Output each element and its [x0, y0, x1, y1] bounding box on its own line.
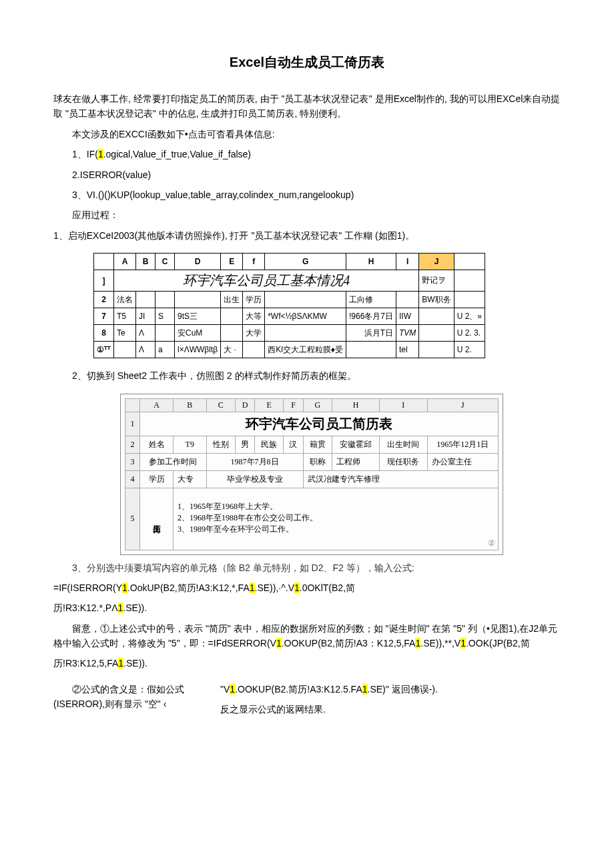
cell: BW职务	[419, 292, 454, 308]
cell: IIW	[396, 308, 418, 325]
school-label: 毕业学校及专业	[206, 470, 303, 488]
col-header: B	[136, 254, 156, 270]
name-value: T9	[173, 436, 206, 453]
cell	[419, 308, 454, 325]
row-header: 2	[94, 292, 114, 308]
step-3: 3、分别选中须要填写内容的单元格（除 B2 单元特别，如 D2、F2 等），输入…	[53, 560, 561, 575]
excel-table-1: A B C D E f G H I J ] 环宇汽车公司员工基本情况4 野记ヲ …	[93, 253, 485, 358]
join-value: 1987年7月8日	[206, 453, 303, 470]
birth-value: 1965年12月1日	[427, 436, 498, 453]
name-label: 姓名	[140, 436, 174, 453]
functions-intro: 本文涉及的EXCCI函数如下•点击可杳看具体信息:	[53, 127, 561, 141]
cell: *Wf<½βSΛKMW	[265, 308, 346, 325]
cell: U 2.	[454, 342, 485, 358]
ethnic-value: 汉	[284, 436, 303, 453]
title-label: 职称	[303, 453, 332, 470]
col-header: D	[175, 254, 221, 270]
ethnic-label: 民族	[255, 436, 284, 453]
native-value: 安徽霍邱	[332, 436, 379, 453]
col-header: A	[114, 254, 136, 270]
title-value: 工程师	[332, 453, 379, 470]
history-value: 1、1965年至1968年上大学。 2、1968年至1988年在市公交公司工作。…	[173, 488, 498, 550]
row-header: 7	[94, 308, 114, 325]
col-header: f	[243, 254, 265, 270]
history-label: 工作简历	[140, 488, 174, 550]
cell: Λ	[136, 342, 156, 358]
cell	[156, 325, 175, 342]
cell	[265, 325, 346, 342]
col-header: C	[156, 254, 175, 270]
step-2: 2、切换到 Sheet2 工作表中，仿照图 2 的样式制作好简历表的框架。	[53, 368, 561, 383]
join-label: 参加工作时间	[140, 453, 206, 470]
post-label: 现任职务	[380, 453, 427, 470]
native-label: 籍贯	[303, 436, 332, 453]
cell: a	[156, 342, 175, 358]
cell: 工向修	[346, 292, 396, 308]
sex-value: 男	[235, 436, 254, 453]
cell: 野记ヲ	[419, 270, 454, 292]
note-1: 留意，①上述公式中的号，表示 "简历" 表中，相应的数据所对应的列数；如 "诞生…	[53, 621, 561, 651]
cell	[156, 292, 175, 308]
cell: JI	[136, 308, 156, 325]
cell	[243, 342, 265, 358]
cell	[419, 342, 454, 358]
page-title: Excel自动生成员工倚历表	[53, 53, 561, 71]
cell	[265, 292, 346, 308]
formula-1: =IF(ISERROR(Y1.OokUP(B2,简历!A3:K12,*,FA1.…	[53, 580, 561, 595]
sex-label: 性别	[206, 436, 235, 453]
meaning-right-2: 反之显示公式的返网结果.	[220, 702, 438, 717]
col-header: E	[221, 254, 243, 270]
row-header: ]	[94, 270, 114, 292]
cell: l×ΛWWβltβ	[175, 342, 221, 358]
cell	[114, 342, 136, 358]
cell	[136, 292, 156, 308]
school-value: 武汉冶建专汽车修理	[303, 470, 498, 488]
cell: U 2、»	[454, 308, 485, 325]
col-header: H	[346, 254, 396, 270]
cell: 大等	[243, 308, 265, 325]
cell: 西Kl交大工程粒膜♦受	[265, 342, 346, 358]
cell: 学历	[243, 292, 265, 308]
birth-label: 出生时间	[380, 436, 427, 453]
cell: 法名	[114, 292, 136, 308]
cell: T5	[114, 308, 136, 325]
row-header: ①ᵀᵀ	[94, 342, 114, 358]
col-header: G	[265, 254, 346, 270]
function-1: 1、IF(1.ogical,Value_if_true,Value_if_fal…	[53, 147, 561, 161]
cell	[175, 292, 221, 308]
cell: 大学	[243, 325, 265, 342]
cell: Te	[114, 325, 136, 342]
resume-table-figure: ABCDEFGHIJ 1 环宇汽车公司员工简历表 2 姓名 T9 性别 男 民族…	[120, 394, 503, 555]
function-2: 2.ISERROR(value)	[53, 167, 561, 182]
note-1-cont: 历!R3:K12,5,FA1.SE)).	[53, 656, 561, 671]
step-1: 1、启动EXCeI2003(其他版本请仿照操作), 打开 "员工基本状况登记表"…	[53, 228, 561, 243]
cell	[221, 325, 243, 342]
cell	[221, 308, 243, 325]
cell: 大 ·	[221, 342, 243, 358]
cell: 9tS三	[175, 308, 221, 325]
figure-badge-icon: ②	[488, 538, 495, 548]
col-header-selected: J	[419, 254, 454, 270]
cell: TVM	[396, 325, 418, 342]
col-header	[454, 254, 485, 270]
cell: 出生	[221, 292, 243, 308]
intro-paragraph: 球友在做人事工作, 经常要打印指定员工的简历表, 由于 "员工基本状况登记表''…	[53, 91, 561, 121]
usage-title: 应用过程：	[53, 207, 561, 222]
company-title-cell: 环宇汽车公司员工基本情况4	[114, 270, 419, 292]
cell: !966冬月7日	[346, 308, 396, 325]
cell: S	[156, 308, 175, 325]
edu-label: 学历	[140, 470, 174, 488]
row-header: 8	[94, 325, 114, 342]
cell: 安CuM	[175, 325, 221, 342]
formula-1-cont: 历!R3:K12.*,PΛ1.SE)).	[53, 600, 561, 615]
cell	[419, 325, 454, 342]
cell: tel	[396, 342, 418, 358]
function-3: 3、VI.()()KUP(lookup_value,table_array,co…	[53, 187, 561, 202]
meaning-left: ②公式的含义是：假如公式(ISERROR),则有显示 "空" ‹	[53, 682, 200, 712]
meaning-right-1: "V1.OOKUP(B2.简历!A3:K12.5.FA1.SE)" 返回佛误-)…	[220, 682, 438, 697]
resume-title: 环宇汽车公司员工简历表	[140, 412, 499, 436]
post-value: 办公室主任	[427, 453, 498, 470]
cell: Λ	[136, 325, 156, 342]
col-header: I	[396, 254, 418, 270]
cell: 浜月T日	[346, 325, 396, 342]
